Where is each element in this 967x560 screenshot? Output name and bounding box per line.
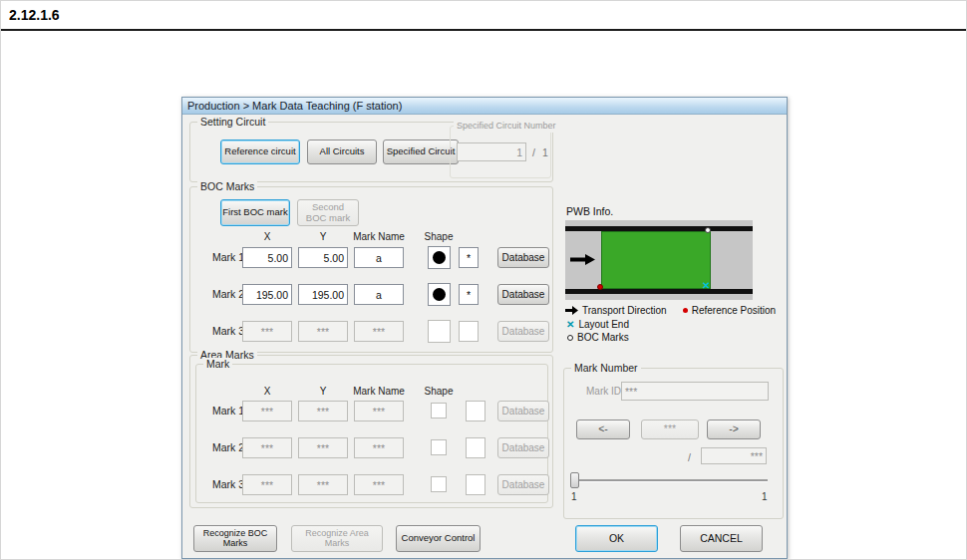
boc-marks-group: BOC Marks First BOC mark Second BOC mark…	[189, 186, 553, 353]
pwb-board	[601, 231, 711, 289]
boc-mark1-label: Mark 1	[212, 251, 244, 263]
boc-mark3-x-field: ***	[242, 321, 292, 342]
legend-reference-label: Reference Position	[692, 305, 777, 316]
recognize-boc-marks-button[interactable]: Recognize BOC Marks	[193, 525, 277, 552]
transport-arrow-icon	[570, 253, 596, 266]
area-mark1-star-box	[466, 401, 485, 421]
area-mark1-x-field: ***	[242, 401, 292, 421]
area-mark3-star-box	[466, 474, 485, 495]
legend-boc-marks: BOC Marks	[567, 332, 629, 343]
area-header-mark-name: Mark Name	[336, 386, 422, 397]
slider-max-label: 1	[762, 491, 768, 502]
slider-track[interactable]	[572, 479, 768, 481]
mark-number-label: Mark Number	[571, 362, 641, 375]
specified-circuit-number-label: Specified Circuit Number	[454, 120, 559, 133]
dialog-titlebar[interactable]: Production > Mark Data Teaching (F stati…	[182, 98, 787, 115]
transport-direction-icon	[565, 306, 578, 315]
area-header-x: X	[242, 386, 292, 397]
mark-shape-circle-icon	[433, 288, 446, 301]
boc-mark1-y-field[interactable]: 5.00	[298, 247, 348, 268]
area-mark2-x-field: ***	[242, 437, 292, 458]
area-mark2-star-box	[466, 437, 485, 458]
boc-header-shape: Shape	[417, 231, 461, 242]
boc-mark-marker-icon	[705, 227, 711, 233]
specified-circuit-number-field: 1	[457, 142, 526, 161]
boc-mark1-name-field[interactable]: a	[354, 247, 404, 268]
circuit-count-total: 1	[542, 146, 548, 158]
mark-number-group: Mark Number Mark ID *** <- *** -> / *** …	[563, 368, 784, 519]
boc-mark-row-3: Mark 3 *** *** *** Database	[190, 320, 552, 343]
pwb-graphic: ✕	[565, 220, 753, 300]
boc-mark1-shape-display	[428, 246, 451, 269]
boc-mark2-star-box: *	[459, 284, 479, 305]
boc-header-x: X	[242, 231, 292, 242]
area-mark3-label: Mark 3	[212, 478, 244, 490]
slider-thumb[interactable]	[570, 472, 579, 488]
area-mark3-shape-display	[431, 476, 447, 492]
specified-circuit-number-group: Specified Circuit Number 1 / 1	[450, 126, 551, 178]
conveyor-control-button[interactable]: Conveyor Control	[396, 525, 481, 552]
slider-min-label: 1	[571, 491, 577, 502]
area-mark2-database-button: Database	[497, 437, 549, 458]
setting-circuit-label: Setting Circuit	[197, 116, 268, 129]
area-mark2-label: Mark 2	[212, 441, 244, 453]
pwb-legend-row-3: BOC Marks	[567, 332, 629, 343]
boc-mark2-database-button[interactable]: Database	[497, 284, 549, 305]
area-marks-group: Area Marks Mark X Y Mark Name Shape Mark…	[189, 355, 553, 508]
reference-position-icon	[683, 308, 688, 313]
pwb-legend-row-1: Transport Direction Reference Position	[565, 305, 776, 316]
setting-circuit-group: Setting Circuit Reference circuit All Ci…	[189, 122, 553, 182]
layout-end-icon: ✕	[566, 319, 574, 330]
boc-mark3-label: Mark 3	[212, 325, 244, 337]
area-mark1-name-field: ***	[354, 401, 404, 421]
boc-marks-label: BOC Marks	[197, 180, 257, 193]
mark-id-field: ***	[621, 382, 769, 401]
dialog-title: Production > Mark Data Teaching (F stati…	[187, 100, 402, 112]
boc-mark3-y-field: ***	[298, 321, 348, 342]
boc-mark3-shape-display	[428, 320, 451, 343]
mark-total-field: ***	[701, 447, 767, 464]
ok-button[interactable]: OK	[575, 525, 658, 552]
legend-boc-marks-label: BOC Marks	[577, 332, 629, 343]
reference-circuit-button[interactable]: Reference circuit	[220, 140, 300, 164]
all-circuits-button[interactable]: All Circuits	[307, 140, 377, 164]
boc-mark2-shape-display	[428, 283, 451, 306]
cancel-button[interactable]: CANCEL	[680, 525, 763, 552]
area-mark1-y-field: ***	[298, 401, 348, 421]
mark-next-button[interactable]: ->	[707, 420, 761, 439]
second-boc-mark-button: Second BOC mark	[297, 199, 359, 226]
section-heading: 2.12.1.6	[9, 7, 60, 23]
mark-id-label: Mark ID	[586, 386, 621, 397]
recognize-area-marks-button: Recognize Area Marks	[291, 525, 383, 552]
boc-mark1-database-button[interactable]: Database	[497, 247, 549, 268]
boc-mark3-database-button: Database	[497, 321, 549, 342]
boc-mark2-y-field[interactable]: 195.00	[298, 284, 348, 305]
first-boc-mark-button[interactable]: First BOC mark	[220, 199, 290, 226]
legend-layout-end: ✕ Layout End	[566, 319, 629, 330]
reference-position-marker-icon	[597, 284, 603, 290]
conveyor-rail-bottom	[565, 289, 753, 294]
boc-mark-row-2: Mark 2 195.00 195.00 a * Database	[190, 283, 552, 306]
boc-mark2-name-field[interactable]: a	[354, 284, 404, 305]
legend-reference: Reference Position	[683, 305, 777, 316]
layout-end-marker-icon: ✕	[702, 281, 710, 291]
mark-number-slider[interactable]	[570, 471, 770, 489]
area-mark-inner-label: Mark	[203, 358, 232, 371]
area-mark2-y-field: ***	[298, 437, 348, 458]
mark-data-teaching-dialog: Production > Mark Data Teaching (F stati…	[181, 97, 788, 559]
area-mark1-label: Mark 1	[212, 405, 244, 417]
area-mark2-name-field: ***	[354, 437, 404, 458]
mark-prev-button[interactable]: <-	[576, 420, 630, 439]
specified-circuit-button[interactable]: Specified Circuit	[383, 140, 459, 164]
area-mark-row-1: Mark 1 *** *** *** Database	[190, 400, 552, 422]
mark-counter-display: ***	[641, 420, 699, 439]
area-mark2-shape-display	[431, 439, 447, 455]
boc-mark1-x-field[interactable]: 5.00	[242, 247, 292, 268]
area-mark3-x-field: ***	[242, 474, 292, 495]
boc-mark2-x-field[interactable]: 195.00	[242, 284, 292, 305]
boc-header-mark-name: Mark Name	[336, 231, 422, 242]
dialog-body: Setting Circuit Reference circuit All Ci…	[182, 116, 787, 558]
pwb-info-label: PWB Info.	[566, 205, 613, 217]
boc-mark3-star-box	[459, 321, 479, 342]
legend-transport: Transport Direction	[565, 305, 667, 316]
